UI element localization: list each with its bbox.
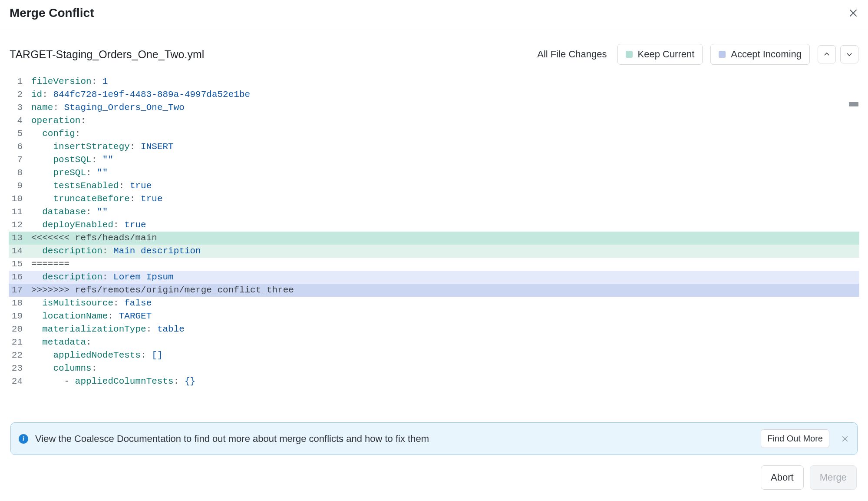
file-name: TARGET-Staging_Orders_One_Two.yml [10,48,204,61]
all-file-changes-label: All File Changes [537,49,607,60]
banner-close-icon[interactable] [841,435,849,443]
line-number: 4 [9,114,31,127]
info-banner: i View the Coalesce Documentation to fin… [10,422,858,455]
code-line[interactable]: 19 locationName: TARGET [9,310,859,323]
scroll-overview[interactable] [852,101,858,415]
chevron-up-icon [823,50,831,58]
line-number: 12 [9,219,31,232]
code-content: description: Main description [31,245,859,258]
code-line[interactable]: 17>>>>>>> refs/remotes/origin/merge_conf… [9,284,859,297]
code-line[interactable]: 1fileVersion: 1 [9,75,859,88]
code-content: locationName: TARGET [31,310,859,323]
code-line[interactable]: 22 appliedNodeTests: [] [9,349,859,362]
code-line[interactable]: 23 columns: [9,362,859,375]
code-content: operation: [31,114,859,127]
code-line[interactable]: 10 truncateBefore: true [9,192,859,206]
code-content: deployEnabled: true [31,219,859,232]
code-line[interactable]: 14 description: Main description [9,245,859,258]
code-line[interactable]: 6 insertStrategy: INSERT [9,140,859,153]
code-line[interactable]: 20 materializationType: table [9,323,859,336]
code-line[interactable]: 16 description: Lorem Ipsum [9,271,859,284]
keep-current-swatch [626,51,633,58]
line-number: 3 [9,101,31,114]
code-content: isMultisource: false [31,297,859,310]
info-banner-text: View the Coalesce Documentation to find … [35,433,754,445]
code-line[interactable]: 21 metadata: [9,336,859,349]
close-icon[interactable] [848,8,858,18]
code-content: >>>>>>> refs/remotes/origin/merge_confli… [31,284,859,297]
code-line[interactable]: 7 postSQL: "" [9,153,859,166]
accept-incoming-button[interactable]: Accept Incoming [710,44,810,65]
code-content: appliedNodeTests: [] [31,349,859,362]
line-number: 13 [9,232,31,245]
code-content: insertStrategy: INSERT [31,140,859,153]
code-content: testsEnabled: true [31,179,859,192]
code-content: columns: [31,362,859,375]
line-number: 6 [9,140,31,153]
line-number: 20 [9,323,31,336]
code-line[interactable]: 4operation: [9,114,859,127]
line-number: 8 [9,166,31,179]
code-content: <<<<<<< refs/heads/main [31,232,859,245]
dialog-footer: Abort Merge [0,455,868,501]
line-number: 11 [9,206,31,219]
line-number: 21 [9,336,31,349]
file-toolbar: TARGET-Staging_Orders_One_Two.yml All Fi… [0,28,868,75]
prev-conflict-button[interactable] [818,45,836,63]
code-content: name: Staging_Orders_One_Two [31,101,859,114]
line-number: 5 [9,127,31,140]
code-line[interactable]: 5 config: [9,127,859,140]
code-line[interactable]: 3name: Staging_Orders_One_Two [9,101,859,114]
line-number: 2 [9,88,31,101]
line-number: 16 [9,271,31,284]
code-line[interactable]: 9 testsEnabled: true [9,179,859,192]
chevron-down-icon [845,50,853,58]
code-line[interactable]: 2id: 844fc728-1e9f-4483-889a-4997da52e1b… [9,88,859,101]
merge-button[interactable]: Merge [810,465,857,490]
code-content: ======= [31,258,859,271]
line-number: 24 [9,375,31,388]
code-line[interactable]: 24 - appliedColumnTests: {} [9,375,859,388]
code-line[interactable]: 13<<<<<<< refs/heads/main [9,232,859,245]
line-number: 7 [9,153,31,166]
code-line[interactable]: 15======= [9,258,859,271]
abort-button[interactable]: Abort [761,465,804,490]
accept-incoming-swatch [719,51,726,58]
code-line[interactable]: 12 deployEnabled: true [9,219,859,232]
code-content: fileVersion: 1 [31,75,859,88]
line-number: 18 [9,297,31,310]
accept-incoming-label: Accept Incoming [731,50,802,59]
find-out-more-button[interactable]: Find Out More [761,429,829,448]
code-content: database: "" [31,206,859,219]
line-number: 22 [9,349,31,362]
code-content: config: [31,127,859,140]
line-number: 17 [9,284,31,297]
code-line[interactable]: 18 isMultisource: false [9,297,859,310]
next-conflict-button[interactable] [840,45,858,63]
code-editor[interactable]: 1fileVersion: 12id: 844fc728-1e9f-4483-8… [0,75,868,415]
code-content: preSQL: "" [31,166,859,179]
line-number: 1 [9,75,31,88]
line-number: 10 [9,192,31,206]
line-number: 14 [9,245,31,258]
code-content: id: 844fc728-1e9f-4483-889a-4997da52e1be [31,88,859,101]
info-icon: i [19,434,28,444]
dialog-title: Merge Conflict [10,6,94,20]
code-content: description: Lorem Ipsum [31,271,859,284]
scroll-marker [849,102,858,106]
code-content: materializationType: table [31,323,859,336]
line-number: 23 [9,362,31,375]
line-number: 9 [9,179,31,192]
line-number: 19 [9,310,31,323]
code-line[interactable]: 11 database: "" [9,206,859,219]
keep-current-button[interactable]: Keep Current [617,44,703,65]
titlebar: Merge Conflict [0,0,868,28]
keep-current-label: Keep Current [638,50,695,59]
code-content: metadata: [31,336,859,349]
code-content: postSQL: "" [31,153,859,166]
code-content: truncateBefore: true [31,192,859,206]
code-line[interactable]: 8 preSQL: "" [9,166,859,179]
line-number: 15 [9,258,31,271]
code-content: - appliedColumnTests: {} [31,375,859,388]
